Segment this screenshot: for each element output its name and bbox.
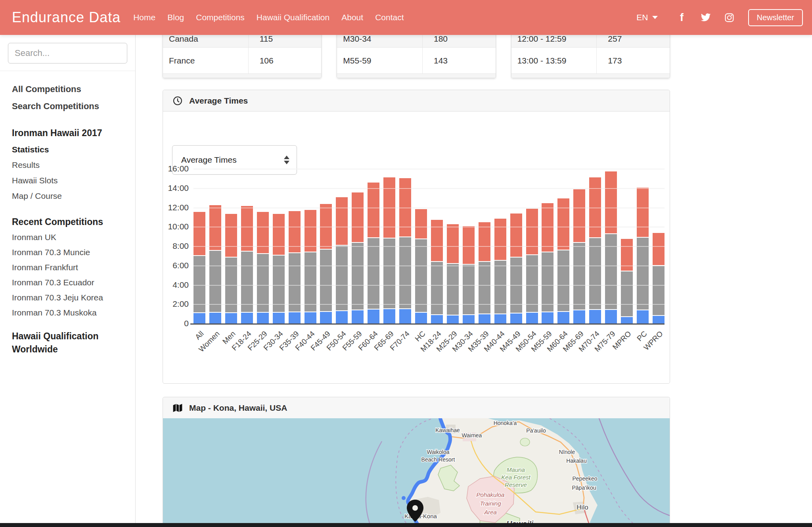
bar-segment-bike xyxy=(383,238,395,309)
bar-segment-bike xyxy=(304,252,316,312)
main-content: Canada115France106M30-34180M55-5914312:0… xyxy=(163,0,670,527)
sidebar-item-ironman-70-3-jeju-korea[interactable]: Ironman 70.3 Jeju Korea xyxy=(12,290,135,305)
sidebar-competition-links: StatisticsResultsHawaii SlotsMap / Cours… xyxy=(0,142,135,204)
map-label-pepeekeo: Pepeekeo xyxy=(572,475,597,482)
bar-segment-swim xyxy=(241,313,253,324)
average-times-panel-header: Average Times xyxy=(163,90,670,112)
y-axis-label: 12:00 xyxy=(163,203,189,212)
bar-m25-29 xyxy=(447,224,459,324)
sidebar-item-ironman-70-3-ecuador[interactable]: Ironman 70.3 Ecuador xyxy=(12,275,135,290)
route-swim-dot xyxy=(402,496,406,500)
bar-all xyxy=(193,212,205,324)
sidebar-item-results[interactable]: Results xyxy=(12,157,135,173)
nav-link-contact[interactable]: Contact xyxy=(375,13,404,22)
bar-f65-69 xyxy=(383,177,395,324)
twitter-icon[interactable] xyxy=(701,12,711,23)
nav-link-about[interactable]: About xyxy=(341,13,363,22)
sidebar-item-ironman-uk[interactable]: Ironman UK xyxy=(12,230,135,245)
map-label-hilo: Hilo xyxy=(576,504,588,511)
table-row-clipped xyxy=(163,74,321,78)
language-label: EN xyxy=(636,13,648,22)
table-row: France106 xyxy=(163,48,321,74)
sidebar: All CompetitionsSearch Competitions Iron… xyxy=(0,35,136,523)
nav-link-blog[interactable]: Blog xyxy=(167,13,184,22)
sidebar-item-hawaii-qualification-worldwide[interactable]: Hawaii Qualification Worldwide xyxy=(0,330,99,356)
bar-segment-swim xyxy=(225,313,237,324)
bar-m18-24 xyxy=(431,220,443,324)
bar-segment-run xyxy=(257,212,269,254)
bar-f60-64 xyxy=(368,183,379,324)
table-cell-value: 106 xyxy=(249,56,322,65)
bar-segment-run xyxy=(463,226,475,265)
y-axis-label: 2:00 xyxy=(163,299,189,309)
clock-icon xyxy=(172,96,183,106)
brand-logo[interactable]: Endurance Data xyxy=(12,9,121,26)
bar-segment-swim xyxy=(209,313,221,324)
bar-segment-bike xyxy=(447,264,459,315)
facebook-icon[interactable]: f xyxy=(677,12,687,23)
y-axis-label: 10:00 xyxy=(163,222,189,231)
bar-segment-bike xyxy=(415,239,427,312)
bar-segment-run xyxy=(336,197,348,246)
bar-segment-run xyxy=(193,212,205,256)
bar-mpro xyxy=(621,239,633,324)
sidebar-recent-title: Recent Competitions xyxy=(0,214,135,230)
sidebar-item-ironman-70-3-muskoka[interactable]: Ironman 70.3 Muskoka xyxy=(12,305,135,320)
bar-segment-run xyxy=(447,224,459,264)
map-canvas[interactable]: Honoka'aPa'auiloKawaihaeWaimeaNīnoleHaka… xyxy=(163,418,670,527)
sidebar-item-search-competitions[interactable]: Search Competitions xyxy=(12,98,135,115)
sidebar-competition-title[interactable]: Ironman Hawaii 2017 xyxy=(0,125,135,141)
map-icon xyxy=(172,403,183,413)
table-cell-value: 173 xyxy=(597,56,670,65)
bar-segment-swim xyxy=(304,312,316,324)
y-axis-label: 14:00 xyxy=(163,183,189,193)
bar-segment-swim xyxy=(557,312,569,324)
bar-segment-swim xyxy=(447,315,459,324)
table-cell-value: 257 xyxy=(597,34,670,47)
navbar: Endurance Data HomeBlogCompetitionsHawai… xyxy=(0,0,812,35)
caret-down-icon xyxy=(652,16,658,19)
bar-segment-bike xyxy=(463,265,475,315)
sidebar-item-ironman-70-3-muncie[interactable]: Ironman 70.3 Muncie xyxy=(12,245,135,260)
bar-segment-bike xyxy=(479,262,490,314)
sidebar-item-all-competitions[interactable]: All Competitions xyxy=(12,81,135,98)
sidebar-item-statistics[interactable]: Statistics xyxy=(12,142,135,157)
bar-segment-swim xyxy=(605,310,617,324)
newsletter-button[interactable]: Newsletter xyxy=(748,9,803,26)
language-selector[interactable]: EN xyxy=(636,13,657,22)
map-label-pa-auilo: Pa'auilo xyxy=(526,427,546,434)
y-axis-label: 16:00 xyxy=(163,164,189,173)
bar-segment-bike xyxy=(573,243,585,310)
bar-segment-bike xyxy=(289,253,301,312)
gridline-overlay xyxy=(193,169,665,169)
bar-f35-39 xyxy=(289,211,301,324)
bar-segment-run xyxy=(510,213,522,258)
instagram-icon[interactable] xyxy=(724,12,735,23)
bar-segment-swim xyxy=(273,313,285,324)
average-times-chart: 16:0014:0012:0010:008:006:004:002:000All… xyxy=(193,169,665,324)
bar-segment-run xyxy=(526,209,538,255)
table-cell-label: 13:00 - 13:59 xyxy=(511,48,597,73)
nav-link-home[interactable]: Home xyxy=(133,13,155,22)
y-axis-label: 6:00 xyxy=(163,261,189,270)
bar-segment-bike xyxy=(431,262,443,315)
map-label-p-pa-ikou: Pāpa'ikou xyxy=(572,485,596,491)
bar-segment-bike xyxy=(621,271,633,317)
gridline-overlay xyxy=(193,188,665,189)
sidebar-item-hawaii-slots[interactable]: Hawaii Slots xyxy=(12,173,135,188)
map-label-n-nole: Nīnole xyxy=(559,449,575,455)
bar-segment-run xyxy=(415,209,427,240)
nav-link-hawaii-qualification[interactable]: Hawaii Qualification xyxy=(257,13,329,22)
bar-segment-swim xyxy=(399,309,411,324)
bar-m50-54 xyxy=(526,209,538,324)
panel-title: Map - Kona, Hawaii, USA xyxy=(189,403,287,413)
bar-f70-74 xyxy=(399,178,411,324)
bar-segment-run xyxy=(557,198,569,250)
nav-link-competitions[interactable]: Competitions xyxy=(196,13,245,22)
bar-m60-64 xyxy=(557,198,569,324)
sidebar-item-ironman-frankfurt[interactable]: Ironman Frankfurt xyxy=(12,260,135,275)
sidebar-item-map-course[interactable]: Map / Course xyxy=(12,188,135,204)
search-input[interactable] xyxy=(8,43,127,63)
bar-m45-49 xyxy=(510,213,522,324)
bar-segment-run xyxy=(637,188,649,238)
